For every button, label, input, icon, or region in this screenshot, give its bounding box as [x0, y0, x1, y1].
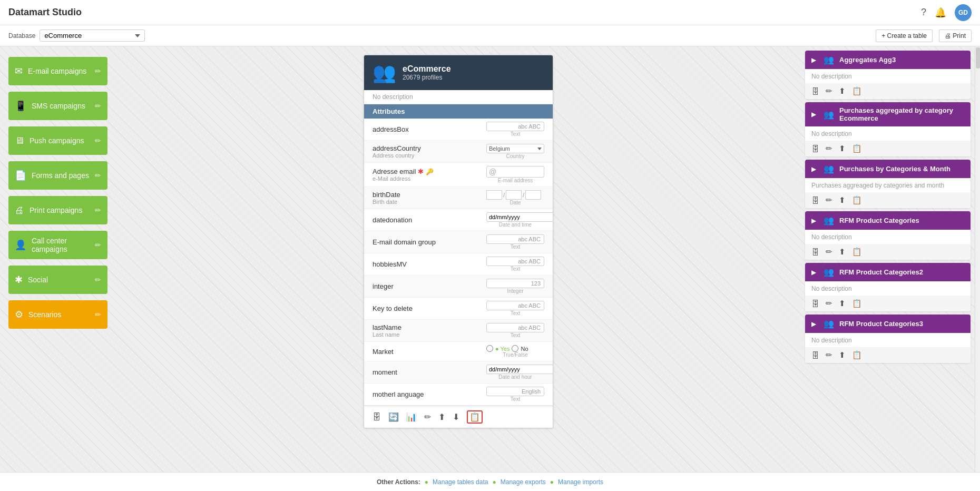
segment-desc-rfm1: No description [811, 233, 852, 241]
toolbar-refresh-icon[interactable]: 🔄 [388, 412, 399, 422]
seg-document-icon4[interactable]: 📋 [852, 247, 862, 257]
seg-database-icon2[interactable]: 🗄 [811, 144, 819, 153]
toolbar-chart-icon[interactable]: 📊 [406, 412, 417, 422]
seg-document-icon6[interactable]: 📋 [852, 350, 862, 360]
forms-icon: 📄 [15, 170, 26, 181]
edit-icon-scenarios: ✏ [95, 310, 101, 319]
seg-document-icon2[interactable]: 📋 [852, 144, 862, 153]
segment-header-agg3[interactable]: ▶ 👥 Aggregates Agg3 [805, 51, 971, 69]
seg-edit-icon2[interactable]: ✏ [826, 144, 832, 153]
seg-database-icon4[interactable]: 🗄 [811, 248, 819, 257]
seg-upload-icon6[interactable]: ⬆ [839, 350, 846, 360]
manage-imports-link[interactable]: Manage imports [558, 478, 603, 486]
attr-input-addressbox[interactable] [486, 122, 544, 131]
attr-sub-integer: Integer [486, 288, 544, 294]
sidebar-item-label-push: Push campaigns [30, 136, 84, 145]
segment-header-rfm3[interactable]: ▶ 👥 RFM Product Categories3 [805, 315, 971, 333]
attr-sub-label-addresscountry: Address country [373, 152, 482, 159]
bottom-bar: Other Actions: ● Manage tables data ● Ma… [0, 472, 980, 491]
callcenter-icon: 👤 [15, 239, 26, 251]
seg-upload-icon2[interactable]: ⬆ [839, 144, 846, 153]
social-icon: ✱ [15, 274, 23, 286]
scenarios-icon: ⚙ [15, 309, 23, 320]
seg-edit-icon4[interactable]: ✏ [826, 247, 832, 257]
attr-input-lastname[interactable] [486, 323, 544, 332]
segment-actions-purchases-month: 🗄 ✏ ⬆ 📋 [805, 192, 971, 208]
avatar[interactable]: GD [955, 4, 972, 21]
seg-document-icon5[interactable]: 📋 [852, 299, 862, 308]
radio-market-yes[interactable] [486, 345, 493, 352]
seg-edit-icon3[interactable]: ✏ [826, 195, 832, 205]
attr-datetime-datedonation[interactable] [486, 212, 553, 222]
seg-upload-icon4[interactable]: ⬆ [839, 247, 846, 257]
attr-input-keytodelete[interactable] [486, 301, 544, 310]
attr-sub-market: True/False [486, 352, 544, 358]
seg-database-icon5[interactable]: 🗄 [811, 299, 819, 308]
sidebar-item-sms[interactable]: 📱 SMS campaigns ✏ [8, 92, 107, 120]
toolbar-document-icon[interactable]: 📋 [467, 410, 483, 424]
ecommerce-card: 👥 eCommerce 20679 profiles No descriptio… [364, 55, 553, 428]
seg-upload-icon3[interactable]: ⬆ [839, 195, 846, 205]
toolbar-edit-icon[interactable]: ✏ [424, 412, 431, 422]
attr-sub-datedonation: Date and time [486, 222, 544, 228]
attr-input-hobbiesmv[interactable] [486, 257, 544, 266]
sidebar-item-push[interactable]: 🖥 Push campaigns ✏ [8, 126, 107, 155]
segment-desc-purchases-agg: No description [811, 130, 852, 138]
seg-upload-icon5[interactable]: ⬆ [839, 299, 846, 308]
manage-tables-link[interactable]: Manage tables data [433, 478, 488, 486]
radio-no-label: No [521, 346, 528, 352]
segment-header-purchases-agg[interactable]: ▶ 👥 Purchases aggregated by category Eco… [805, 102, 971, 126]
create-table-button[interactable]: + Create a table [876, 30, 933, 42]
sidebar-item-forms[interactable]: 📄 Forms and pages ✏ [8, 161, 107, 190]
attr-input-integer[interactable] [486, 279, 544, 288]
database-select[interactable]: eCommerce [40, 30, 145, 42]
attr-date-yyyy[interactable] [525, 190, 541, 200]
segment-card-agg3: ▶ 👥 Aggregates Agg3 No description 🗄 ✏ ⬆… [805, 51, 971, 99]
main-scrollbar[interactable] [975, 46, 980, 472]
segment-header-rfm2[interactable]: ▶ 👥 RFM Product Categories2 [805, 263, 971, 281]
other-actions-label: Other Actions: [377, 478, 420, 486]
seg-upload-icon[interactable]: ⬆ [839, 86, 846, 96]
sidebar-item-callcenter[interactable]: 👤 Call center campaigns ✏ [8, 231, 107, 259]
segment-body-rfm1: No description [805, 230, 971, 244]
attr-date-dd[interactable] [486, 190, 502, 200]
attr-input-emaildomain[interactable] [486, 234, 544, 244]
segment-header-rfm1[interactable]: ▶ 👥 RFM Product Categories [805, 211, 971, 230]
attr-select-addresscountry[interactable]: Belgium [486, 144, 544, 153]
sidebar-item-email[interactable]: ✉ E-mail campaigns ✏ [8, 57, 107, 85]
attr-date-mm[interactable] [506, 190, 522, 200]
attr-input-email[interactable] [497, 169, 540, 175]
seg-edit-icon6[interactable]: ✏ [826, 350, 832, 360]
seg-document-icon[interactable]: 📋 [852, 86, 862, 96]
segment-card-rfm2: ▶ 👥 RFM Product Categories2 No descripti… [805, 263, 971, 311]
toolbar-upload-icon[interactable]: ⬆ [438, 412, 445, 422]
notification-icon[interactable]: 🔔 [935, 7, 946, 18]
sidebar-item-print[interactable]: 🖨 Print campaigns ✏ [8, 196, 107, 224]
sidebar-item-scenarios[interactable]: ⚙ Scenarios ✏ [8, 300, 107, 329]
print-button[interactable]: 🖨 Print [939, 30, 972, 42]
sidebar-item-social[interactable]: ✱ Social ✏ [8, 266, 107, 294]
seg-edit-icon5[interactable]: ✏ [826, 299, 832, 308]
radio-market-no[interactable] [512, 345, 518, 352]
scrollbar-thumb[interactable] [976, 47, 980, 68]
toolbar-database-icon[interactable]: 🗄 [373, 413, 381, 422]
attr-datetime-moment[interactable] [486, 365, 553, 374]
attr-sub-label-birthdate: Birth date [373, 199, 482, 205]
manage-exports-link[interactable]: Manage exports [501, 478, 546, 486]
sms-icon: 📱 [15, 100, 26, 112]
app-title: Datamart Studio [8, 7, 82, 18]
seg-edit-icon[interactable]: ✏ [826, 86, 832, 96]
seg-database-icon[interactable]: 🗄 [811, 87, 819, 96]
seg-document-icon3[interactable]: 📋 [852, 195, 862, 205]
segment-actions-rfm3: 🗄 ✏ ⬆ 📋 [805, 347, 971, 363]
email-icon: ✉ [15, 65, 23, 77]
toolbar-download-icon[interactable]: ⬇ [453, 412, 459, 422]
attr-row-hobbiesmv: hobbiesMV Text [364, 253, 553, 276]
attr-name-birthdate: birthDate [373, 191, 482, 199]
help-icon[interactable]: ? [921, 7, 926, 18]
seg-database-icon6[interactable]: 🗄 [811, 351, 819, 360]
sidebar-item-label-forms: Forms and pages [32, 171, 89, 180]
seg-database-icon3[interactable]: 🗄 [811, 196, 819, 205]
segment-header-purchases-month[interactable]: ▶ 👥 Purchases by Categories & Month [805, 160, 971, 178]
attr-input-motherlanguage[interactable] [486, 387, 544, 396]
